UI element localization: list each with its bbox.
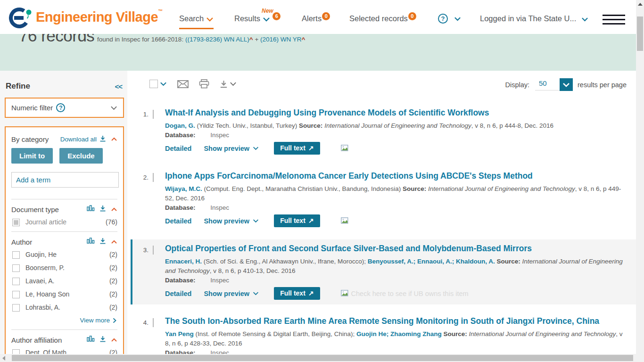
query-term-1[interactable]: ((1793-8236) WN ALL): [185, 36, 249, 43]
full-text-button[interactable]: Full text↗: [274, 142, 320, 155]
broken-image-icon[interactable]: Check here to see if UB owns this item: [341, 290, 469, 297]
hamburger-menu-icon[interactable]: [603, 15, 625, 26]
result-checkbox[interactable]: [153, 110, 154, 119]
author-link[interactable]: Benyoussef, A.; Ennaoui, A.; Khaldoun, A…: [368, 258, 495, 265]
view-more-authors[interactable]: View more: [11, 317, 116, 324]
filter-author[interactable]: Lavaei, A. (2): [12, 277, 117, 285]
nav-help[interactable]: ?: [438, 14, 461, 24]
exclude-button[interactable]: Exclude: [59, 148, 103, 164]
show-preview-link[interactable]: Show preview: [204, 290, 259, 297]
results-summary-bar: 76 records found in Inspec for 1666-2018…: [0, 34, 636, 71]
vertical-scrollbar[interactable]: [636, 0, 644, 362]
result-row-active: 3. Optical Properties of Front and Secon…: [131, 239, 636, 304]
download-all-button[interactable]: Download all: [60, 135, 106, 143]
select-all-checkbox[interactable]: [149, 80, 167, 88]
detailed-link[interactable]: Detailed: [165, 290, 191, 297]
bar-chart-icon[interactable]: [87, 238, 95, 246]
help-icon: ?: [438, 14, 448, 24]
record-count: 76 records: [19, 34, 94, 45]
numeric-filter-panel[interactable]: Numeric filter ?: [5, 98, 124, 118]
result-title-link[interactable]: What-If Analysis and Debugging Using Pro…: [165, 108, 629, 118]
download-icon[interactable]: [99, 238, 106, 246]
filter-journal-article[interactable]: Journal article (76): [12, 218, 117, 226]
display-dropdown-button[interactable]: [560, 78, 573, 91]
author-link[interactable]: Wijaya, M.C.: [165, 185, 202, 192]
detailed-link[interactable]: Detailed: [165, 217, 191, 225]
collapse-section-icon[interactable]: [111, 238, 117, 246]
engineering-village-logo[interactable]: Engineering Village™: [8, 5, 163, 32]
bar-chart-icon[interactable]: [87, 336, 95, 344]
ei-logo-icon: [8, 5, 32, 32]
nav-alerts[interactable]: Alerts0: [302, 14, 330, 24]
collapse-sidebar-button[interactable]: <<: [115, 82, 122, 90]
nav-results[interactable]: Results New 6: [234, 14, 280, 24]
detailed-link[interactable]: Detailed: [165, 145, 191, 152]
full-text-button[interactable]: Full text↗: [274, 214, 320, 227]
checkbox[interactable]: [12, 264, 20, 272]
display-count-value[interactable]: 50: [535, 79, 560, 90]
collapse-section-icon[interactable]: [111, 336, 117, 344]
brand-name: Engineering Village™: [36, 5, 163, 29]
horizontal-scrollbar-thumb[interactable]: [12, 355, 633, 361]
chevron-down-icon: [230, 82, 237, 86]
scroll-left-arrow[interactable]: [2, 356, 5, 361]
filter-author[interactable]: Lohrasbi, A. (2): [12, 304, 117, 312]
download-results-button[interactable]: [220, 80, 237, 88]
full-text-button[interactable]: Full text↗: [274, 287, 320, 300]
result-checkbox[interactable]: [153, 246, 154, 255]
result-checkbox[interactable]: [153, 318, 154, 327]
database-row: Database: Inspec: [165, 204, 629, 211]
refine-sidebar: Refine << Numeric filter ? By category D…: [5, 78, 124, 355]
add-term-input[interactable]: [11, 172, 119, 188]
filter-author[interactable]: Guojin, He (2): [12, 251, 117, 259]
nav-login[interactable]: Logged in via The State U...: [480, 14, 588, 24]
broken-image-icon[interactable]: [341, 217, 349, 224]
show-preview-link[interactable]: Show preview: [204, 217, 259, 225]
checkbox[interactable]: [12, 304, 20, 312]
author-link[interactable]: Dogan, G.: [165, 122, 195, 129]
broken-image-icon[interactable]: [341, 145, 349, 152]
chevron-down-icon: [253, 146, 259, 150]
scroll-up-arrow[interactable]: [638, 3, 643, 6]
numeric-filter-help-icon[interactable]: ?: [56, 103, 65, 112]
trademark: ™: [158, 8, 163, 14]
chevron-down-icon: [160, 82, 167, 86]
result-checkbox[interactable]: [153, 173, 154, 182]
download-icon[interactable]: [99, 205, 106, 214]
author-link[interactable]: Yan Peng: [165, 330, 194, 337]
database-row: Database: Inspec: [165, 277, 629, 284]
bar-chart-icon[interactable]: [87, 205, 95, 214]
checkbox[interactable]: [12, 291, 20, 298]
new-label: New: [262, 8, 273, 14]
download-icon[interactable]: [99, 336, 106, 344]
vertical-scrollbar-thumb[interactable]: [637, 16, 643, 51]
remove-term-2-caret[interactable]: ^: [302, 36, 305, 43]
checkbox[interactable]: [12, 251, 20, 259]
nav-search[interactable]: Search: [179, 14, 214, 29]
checkbox[interactable]: [12, 278, 20, 285]
author-link[interactable]: Ennaceri, H.: [165, 258, 202, 265]
limit-to-button[interactable]: Limit to: [11, 148, 53, 164]
results-main: Display: 50 results per page 1. What-If …: [131, 74, 636, 362]
checkbox-disabled: [12, 219, 20, 226]
query-term-2[interactable]: (2016) WN YR: [260, 36, 302, 43]
result-title-link[interactable]: Iphone Apps ForCarcinoma/Melonoma Cancer…: [165, 171, 629, 181]
email-icon: [177, 80, 189, 88]
nav-selected-records[interactable]: Selected records0: [349, 14, 416, 24]
horizontal-scrollbar[interactable]: [0, 354, 636, 362]
chevron-down-icon: [454, 14, 461, 23]
collapse-section-icon[interactable]: [111, 205, 117, 214]
collapse-section-icon[interactable]: [111, 135, 117, 143]
filter-author[interactable]: Boonserm, P. (2): [12, 264, 117, 272]
result-citation: Ennaceri, H. (Sch. of Sci. & Eng., Al Ak…: [165, 257, 629, 276]
result-title-link[interactable]: The South Ion-Absorbed Rare Earth Mine A…: [165, 316, 629, 326]
result-title-link[interactable]: Optical Properties of Front and Second S…: [165, 244, 629, 254]
result-citation: Wijaya, M.C. (Comput. Eng. Dept., Marana…: [165, 184, 629, 203]
email-button[interactable]: [177, 80, 189, 88]
print-button[interactable]: [199, 79, 209, 89]
remove-term-1-caret[interactable]: ^: [249, 36, 253, 43]
result-citation: Dogan, G. (Yildiz Tech. Univ., Istanbul,…: [165, 121, 629, 131]
show-preview-link[interactable]: Show preview: [204, 145, 259, 152]
filter-author[interactable]: Le, Hoang Son (2): [12, 290, 117, 298]
author-link[interactable]: Guojin He; Zhaoming Zhang: [356, 330, 442, 337]
